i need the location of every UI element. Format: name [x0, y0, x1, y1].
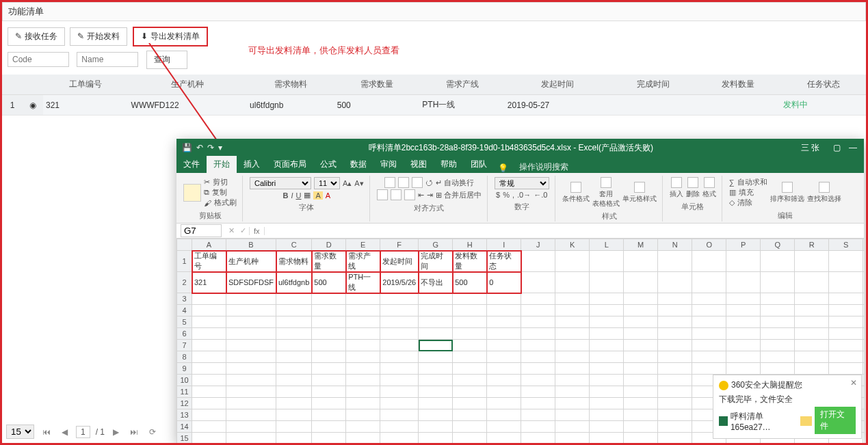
- cell[interactable]: [487, 433, 521, 444]
- cell[interactable]: [692, 328, 726, 340]
- cell[interactable]: [590, 398, 624, 409]
- cell[interactable]: [276, 433, 312, 444]
- cell[interactable]: [487, 305, 521, 316]
- cell[interactable]: [226, 433, 276, 444]
- cell[interactable]: [346, 351, 380, 363]
- cell[interactable]: [658, 409, 692, 421]
- cell[interactable]: [555, 409, 590, 421]
- cell[interactable]: [624, 316, 658, 328]
- format-painter-icon[interactable]: 🖌: [204, 199, 211, 207]
- row-header[interactable]: 13: [177, 409, 192, 421]
- cell[interactable]: [795, 316, 829, 328]
- start-send-button[interactable]: ✎开始发料: [70, 27, 127, 46]
- cell[interactable]: [590, 409, 624, 421]
- cell[interactable]: [761, 351, 795, 363]
- cell[interactable]: [380, 386, 419, 398]
- code-input[interactable]: [8, 52, 69, 67]
- row-header[interactable]: 7: [177, 340, 192, 351]
- cell[interactable]: [555, 293, 590, 305]
- cell[interactable]: [590, 293, 624, 305]
- cell[interactable]: 500: [312, 272, 346, 293]
- cell[interactable]: [346, 421, 380, 433]
- row-header[interactable]: 14: [177, 421, 192, 433]
- cell[interactable]: 生产机种: [226, 251, 276, 272]
- page-number[interactable]: 1: [76, 426, 90, 438]
- merge-center-button[interactable]: ⊞ 合并后居中: [436, 190, 482, 200]
- cell[interactable]: [312, 305, 346, 316]
- cell[interactable]: [226, 363, 276, 375]
- row-header[interactable]: 9: [177, 363, 192, 375]
- fill-icon[interactable]: ▥: [729, 188, 736, 197]
- cell[interactable]: [726, 293, 761, 305]
- cell[interactable]: [276, 421, 312, 433]
- font-size-select[interactable]: 11: [314, 177, 340, 189]
- name-input[interactable]: [77, 52, 138, 67]
- cell[interactable]: [590, 386, 624, 398]
- col-header[interactable]: L: [590, 239, 624, 251]
- cell[interactable]: [829, 340, 863, 351]
- cell[interactable]: [624, 328, 658, 340]
- col-header[interactable]: T: [863, 239, 864, 251]
- cell[interactable]: [380, 305, 419, 316]
- cell[interactable]: [453, 421, 487, 433]
- cell[interactable]: [226, 421, 276, 433]
- cell[interactable]: [346, 386, 380, 398]
- autosum-icon[interactable]: ∑: [729, 178, 735, 187]
- currency-icon[interactable]: $: [496, 191, 500, 199]
- tab-review[interactable]: 审阅: [373, 156, 404, 173]
- cell[interactable]: [521, 421, 555, 433]
- prev-page-button[interactable]: ◀: [59, 427, 70, 437]
- undo-icon[interactable]: ↶: [196, 143, 203, 152]
- cell[interactable]: [192, 340, 226, 351]
- cell[interactable]: [863, 293, 864, 305]
- cell[interactable]: [726, 316, 761, 328]
- cell[interactable]: [555, 316, 590, 328]
- cell[interactable]: [624, 305, 658, 316]
- cell[interactable]: [521, 386, 555, 398]
- cell[interactable]: [863, 433, 864, 444]
- page-size-select[interactable]: 15: [6, 424, 34, 439]
- cell[interactable]: [419, 421, 453, 433]
- cell-style-icon[interactable]: [634, 182, 645, 193]
- cell[interactable]: [863, 328, 864, 340]
- cell[interactable]: [419, 398, 453, 409]
- cell[interactable]: [590, 351, 624, 363]
- cell[interactable]: 发起时间: [380, 251, 419, 272]
- cell[interactable]: 任务状态: [487, 251, 521, 272]
- cell[interactable]: 2019/5/26: [380, 272, 419, 293]
- cell[interactable]: [192, 293, 226, 305]
- cell[interactable]: [226, 351, 276, 363]
- delete-cells-icon[interactable]: [687, 177, 698, 188]
- tab-team[interactable]: 团队: [464, 156, 494, 173]
- cell[interactable]: [226, 375, 276, 386]
- cell[interactable]: [795, 272, 829, 293]
- tab-layout[interactable]: 页面布局: [267, 156, 313, 173]
- cell[interactable]: [487, 363, 521, 375]
- number-format-select[interactable]: 常规: [495, 177, 549, 189]
- cell[interactable]: [346, 305, 380, 316]
- cell[interactable]: [555, 363, 590, 375]
- cell[interactable]: 需求数量: [312, 251, 346, 272]
- cell[interactable]: [521, 363, 555, 375]
- cell[interactable]: [555, 328, 590, 340]
- cell[interactable]: [624, 363, 658, 375]
- cell[interactable]: [380, 363, 419, 375]
- cell[interactable]: [829, 328, 863, 340]
- cell[interactable]: [795, 328, 829, 340]
- cell[interactable]: [453, 386, 487, 398]
- cell[interactable]: [380, 328, 419, 340]
- cell[interactable]: ul6tfdgnb: [276, 272, 312, 293]
- cell[interactable]: 0: [487, 272, 521, 293]
- cell[interactable]: [521, 305, 555, 316]
- cell[interactable]: [380, 293, 419, 305]
- cell[interactable]: [419, 375, 453, 386]
- cell[interactable]: [192, 398, 226, 409]
- cell[interactable]: [555, 421, 590, 433]
- cell[interactable]: [521, 328, 555, 340]
- first-page-button[interactable]: ⏮: [40, 427, 53, 437]
- cell[interactable]: [555, 305, 590, 316]
- cell[interactable]: [192, 433, 226, 444]
- cell[interactable]: [624, 433, 658, 444]
- cell[interactable]: [863, 409, 864, 421]
- tab-view[interactable]: 视图: [404, 156, 434, 173]
